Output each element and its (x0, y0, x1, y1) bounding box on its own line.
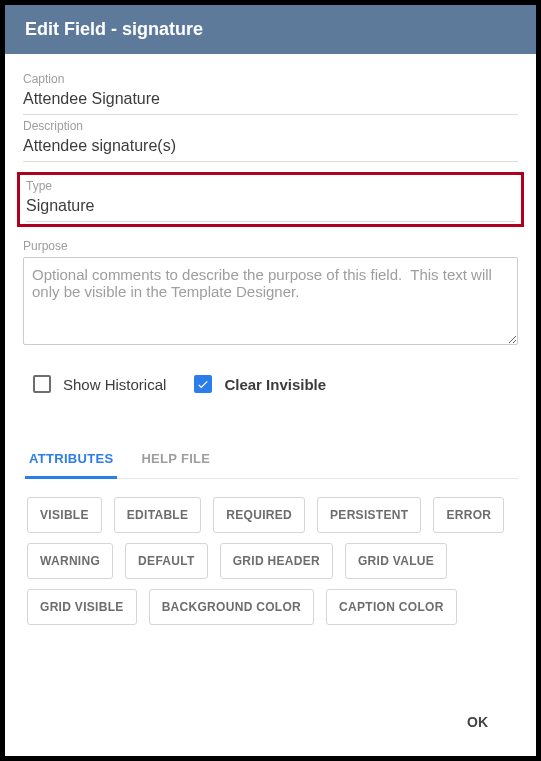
type-label: Type (26, 179, 515, 193)
caption-input[interactable] (23, 88, 518, 115)
dialog-header: Edit Field - signature (5, 5, 536, 54)
tab-attributes[interactable]: ATTRIBUTES (27, 441, 115, 478)
checkbox-row: Show Historical Clear Invisible (23, 375, 518, 393)
attr-chip-grid-value[interactable]: GRID VALUE (345, 543, 447, 579)
attr-chip-warning[interactable]: WARNING (27, 543, 113, 579)
attr-chip-background-color[interactable]: BACKGROUND COLOR (149, 589, 314, 625)
caption-field-group: Caption (23, 72, 518, 115)
edit-field-dialog: Edit Field - signature Caption Descripti… (5, 5, 536, 756)
checkbox-icon (33, 375, 51, 393)
attr-chip-visible[interactable]: VISIBLE (27, 497, 102, 533)
attr-chip-grid-header[interactable]: GRID HEADER (220, 543, 333, 579)
clear-invisible-label: Clear Invisible (224, 376, 326, 393)
description-input[interactable] (23, 135, 518, 162)
attr-chip-caption-color[interactable]: CAPTION COLOR (326, 589, 457, 625)
tab-helpfile[interactable]: HELP FILE (139, 441, 212, 478)
checkbox-checked-icon (194, 375, 212, 393)
show-historical-check[interactable]: Show Historical (33, 375, 166, 393)
attr-chip-error[interactable]: ERROR (433, 497, 504, 533)
clear-invisible-check[interactable]: Clear Invisible (194, 375, 326, 393)
purpose-textarea[interactable] (23, 257, 518, 345)
show-historical-label: Show Historical (63, 376, 166, 393)
caption-label: Caption (23, 72, 518, 86)
description-label: Description (23, 119, 518, 133)
attribute-chip-list: VISIBLE EDITABLE REQUIRED PERSISTENT ERR… (23, 479, 518, 625)
tabs: ATTRIBUTES HELP FILE (23, 441, 518, 479)
type-value: Signature (26, 195, 515, 222)
ok-button[interactable]: OK (455, 706, 500, 738)
attr-chip-grid-visible[interactable]: GRID VISIBLE (27, 589, 137, 625)
attr-chip-default[interactable]: DEFAULT (125, 543, 208, 579)
attr-chip-editable[interactable]: EDITABLE (114, 497, 202, 533)
type-field-group-highlighted: Type Signature (17, 172, 524, 227)
purpose-label: Purpose (23, 239, 518, 253)
dialog-footer: OK (23, 688, 518, 756)
attr-chip-required[interactable]: REQUIRED (213, 497, 305, 533)
dialog-content: Caption Description Type Signature Purpo… (5, 54, 536, 756)
attr-chip-persistent[interactable]: PERSISTENT (317, 497, 421, 533)
dialog-title: Edit Field - signature (25, 19, 203, 39)
type-select[interactable]: Signature (26, 195, 515, 222)
description-field-group: Description (23, 119, 518, 162)
purpose-field-group: Purpose (23, 239, 518, 371)
